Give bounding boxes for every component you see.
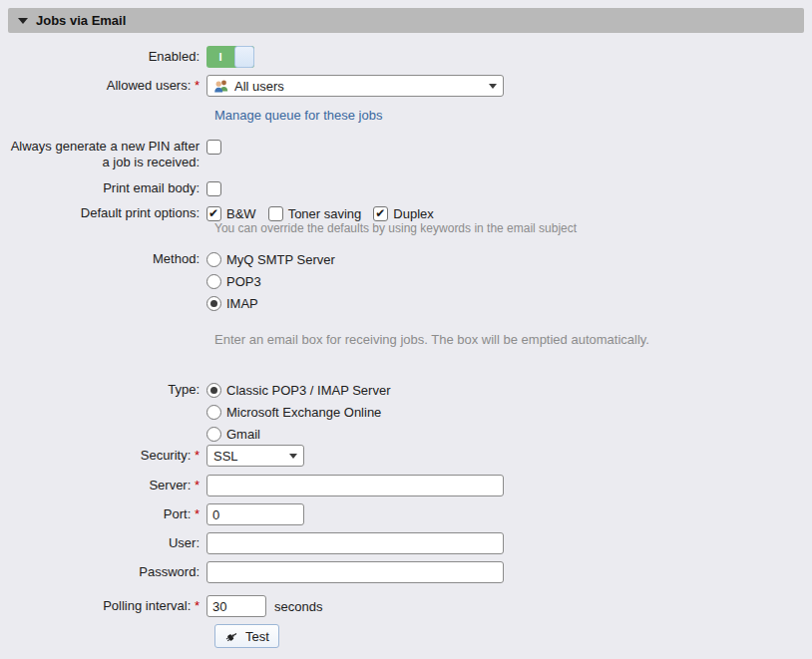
- user-row: User:: [8, 532, 804, 554]
- classic-pop3-imap-label: Classic POP3 / IMAP Server: [226, 383, 390, 398]
- exchange-online-radio[interactable]: [206, 405, 221, 420]
- default-print-options-row: Default print options: ✔ B&W ✔ Toner sav…: [8, 205, 804, 221]
- allowed-users-select[interactable]: All users: [206, 75, 504, 97]
- user-input[interactable]: [206, 532, 504, 554]
- method-option-pop3: POP3: [206, 270, 261, 292]
- method-label: Method:: [8, 248, 206, 267]
- print-options-hint: You can override the defaults by using k…: [206, 221, 804, 235]
- users-icon: [213, 79, 229, 94]
- port-row: Port: *: [8, 503, 804, 525]
- pop3-label: POP3: [226, 274, 261, 289]
- option-duplex: ✔ Duplex: [373, 206, 433, 221]
- enabled-label: Enabled:: [8, 49, 206, 65]
- chevron-down-icon: [289, 454, 297, 459]
- jobs-via-email-panel: Jobs via Email Enabled: I Allowed users:…: [0, 0, 812, 656]
- pin-label: Always generate a new PIN after a job is…: [8, 139, 206, 170]
- manage-queue-row: Manage queue for these jobs: [206, 108, 804, 124]
- enabled-toggle[interactable]: I: [206, 46, 254, 68]
- required-asterisk: *: [195, 506, 200, 521]
- duplex-label: Duplex: [393, 206, 433, 221]
- allowed-users-row: Allowed users: * All users: [8, 75, 804, 97]
- method-option-smtp: MyQ SMTP Server: [206, 248, 335, 270]
- security-value: SSL: [213, 449, 238, 464]
- classic-pop3-imap-radio[interactable]: [206, 383, 221, 398]
- required-asterisk: *: [195, 448, 200, 463]
- polling-interval-suffix: seconds: [274, 599, 322, 614]
- test-row: Test: [206, 624, 804, 648]
- option-bw: ✔ B&W: [206, 206, 256, 221]
- smtp-label: MyQ SMTP Server: [226, 252, 335, 267]
- section-header-jobs-via-email[interactable]: Jobs via Email: [8, 8, 804, 33]
- type-option-gmail: Gmail: [206, 423, 260, 445]
- test-button-label: Test: [245, 629, 269, 644]
- bw-checkbox[interactable]: ✔: [206, 206, 221, 221]
- toner-saving-checkbox[interactable]: ✔: [268, 206, 283, 221]
- chevron-down-icon: [489, 84, 497, 89]
- type-row: Type: Classic POP3 / IMAP Server Microso…: [8, 379, 804, 445]
- imap-radio[interactable]: [206, 296, 221, 311]
- gmail-radio[interactable]: [206, 427, 221, 442]
- security-select[interactable]: SSL: [206, 445, 304, 467]
- password-row: Password:: [8, 561, 804, 583]
- method-row: Method: MyQ SMTP Server POP3 IMAP: [8, 248, 804, 314]
- type-option-classic: Classic POP3 / IMAP Server: [206, 379, 390, 401]
- polling-interval-label: Polling interval: *: [8, 598, 206, 614]
- print-email-body-checkbox[interactable]: ✔: [206, 181, 221, 196]
- server-label: Server: *: [8, 478, 206, 494]
- pin-row: Always generate a new PIN after a job is…: [8, 139, 804, 170]
- duplex-checkbox[interactable]: ✔: [373, 206, 388, 221]
- required-asterisk: *: [195, 598, 200, 613]
- toggle-on-glyph: I: [206, 46, 234, 68]
- enabled-row: Enabled: I: [8, 46, 804, 68]
- default-print-options-label: Default print options:: [8, 205, 206, 221]
- port-label: Port: *: [8, 506, 206, 522]
- collapse-triangle-icon: [18, 18, 28, 24]
- required-asterisk: *: [195, 478, 200, 493]
- imap-label: IMAP: [226, 296, 258, 311]
- polling-interval-input[interactable]: [206, 595, 266, 617]
- required-asterisk: *: [195, 78, 200, 93]
- smtp-radio[interactable]: [206, 252, 221, 267]
- security-label: Security: *: [8, 448, 206, 464]
- bw-label: B&W: [226, 206, 256, 221]
- pin-checkbox[interactable]: ✔: [206, 140, 221, 155]
- print-email-body-row: Print email body: ✔: [8, 180, 804, 196]
- server-row: Server: *: [8, 475, 804, 496]
- method-option-imap: IMAP: [206, 292, 258, 314]
- manage-queue-link[interactable]: Manage queue for these jobs: [214, 108, 382, 123]
- user-label: User:: [8, 535, 206, 551]
- toggle-knob[interactable]: [234, 46, 254, 68]
- mailbox-help-text: Enter an email box for receiving jobs. T…: [206, 332, 804, 348]
- pop3-radio[interactable]: [206, 274, 221, 289]
- gmail-label: Gmail: [226, 427, 260, 442]
- password-input[interactable]: [206, 561, 504, 583]
- allowed-users-value: All users: [234, 79, 284, 94]
- type-label: Type:: [8, 379, 206, 398]
- test-button[interactable]: Test: [214, 624, 279, 648]
- exchange-online-label: Microsoft Exchange Online: [226, 405, 381, 420]
- security-row: Security: * SSL: [8, 445, 804, 467]
- port-input[interactable]: [206, 503, 304, 525]
- password-label: Password:: [8, 564, 206, 580]
- toner-saving-label: Toner saving: [288, 206, 362, 221]
- plug-icon: [224, 629, 239, 644]
- print-email-body-label: Print email body:: [8, 180, 206, 196]
- allowed-users-label: Allowed users: *: [8, 78, 206, 94]
- type-option-exchange: Microsoft Exchange Online: [206, 401, 381, 423]
- polling-interval-row: Polling interval: * seconds: [8, 595, 804, 617]
- server-input[interactable]: [206, 475, 504, 496]
- option-toner-saving: ✔ Toner saving: [268, 206, 362, 221]
- section-title: Jobs via Email: [36, 13, 126, 28]
